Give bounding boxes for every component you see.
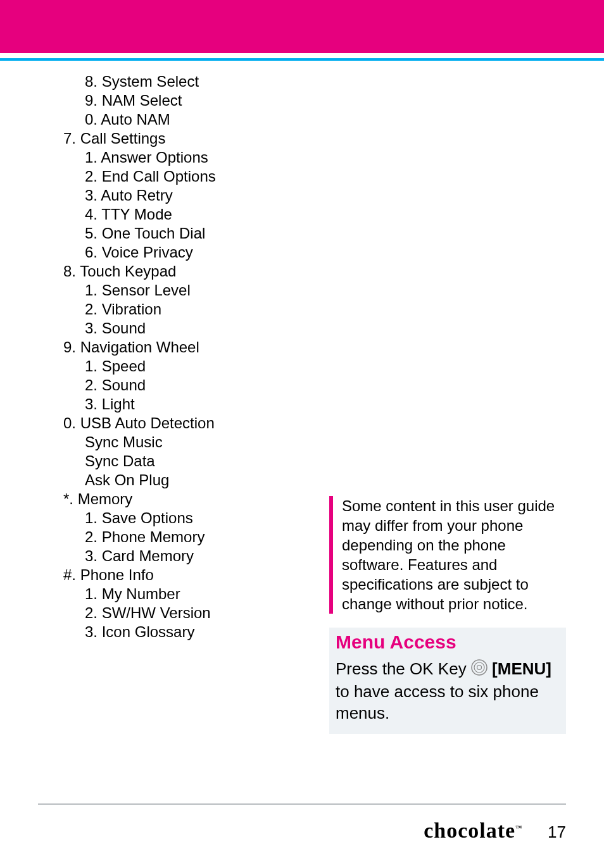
item-number: 1. [85, 282, 98, 299]
item-number: 9. [85, 92, 98, 109]
item-label: SW/HW Version [102, 604, 211, 621]
item-number: 4. [85, 206, 98, 223]
item-number: 0. [85, 111, 98, 128]
item-label: Vibration [102, 301, 161, 318]
item-label: Sync Data [85, 452, 155, 469]
item-label: Auto NAM [101, 111, 170, 128]
section-label: Phone Info [76, 566, 154, 583]
item-label: My Number [102, 585, 180, 602]
brand-text: chocolate [424, 819, 515, 842]
item-label: Sync Music [85, 433, 163, 450]
brand-tm: ™ [515, 824, 522, 831]
item-number: 3. [85, 319, 98, 337]
item-number: 2. [85, 168, 98, 185]
section-number: 8. [63, 263, 76, 280]
section-number: 7. [63, 130, 76, 147]
item-label: TTY Mode [101, 206, 172, 223]
item-label: Light [102, 395, 135, 412]
ok-key-icon [471, 659, 488, 681]
item-label: Speed [102, 357, 146, 375]
item-number: 3. [85, 395, 98, 412]
body-pre: Press the OK Key [336, 659, 471, 678]
section-label: Touch Keypad [76, 263, 176, 280]
section-label: Call Settings [80, 130, 166, 147]
item-number: 5. [85, 225, 98, 242]
brand-logo: chocolate™ [424, 819, 522, 843]
item-number: 6. [85, 244, 98, 261]
item-number: 1. [85, 357, 98, 375]
item-label: Icon Glossary [102, 623, 195, 640]
item-number: 3. [85, 623, 98, 640]
item-label: Sound [102, 319, 146, 337]
item-number: 2. [85, 376, 98, 394]
menu-access-section: Menu Access Press the OK Key [MENU] to h… [329, 628, 566, 734]
item-number: 3. [85, 187, 98, 204]
item-label: One Touch Dial [102, 225, 206, 242]
item-label: Auto Retry [101, 187, 172, 204]
item-label: Voice Privacy [102, 244, 193, 261]
body-post: to have access to six phone menus. [336, 682, 539, 722]
item-number: 1. [85, 149, 98, 166]
note-text: Some content in this user guide may diff… [342, 497, 555, 612]
note-box: Some content in this user guide may diff… [329, 496, 566, 614]
section-body: Press the OK Key [MENU] to have access t… [336, 658, 560, 724]
menu-list: 8. System Select 9. NAM Select 0. Auto N… [63, 72, 329, 734]
item-label: Phone Memory [102, 528, 205, 545]
item-number: 1. [85, 509, 98, 526]
section-label: Navigation Wheel [76, 338, 199, 356]
item-number: 2. [85, 301, 98, 318]
section-number: 0. [63, 414, 76, 431]
item-number: 2. [85, 604, 98, 621]
item-label: System Select [102, 73, 199, 90]
item-number: 1. [85, 585, 98, 602]
section-number: #. [63, 566, 76, 583]
item-label: Card Memory [102, 547, 194, 564]
item-label: Sound [102, 376, 146, 394]
item-label: Save Options [102, 509, 193, 526]
page-number: 17 [548, 822, 566, 842]
item-number: 2. [85, 528, 98, 545]
item-number: 3. [85, 547, 98, 564]
page-footer: chocolate™ 17 [424, 819, 566, 843]
header-banner [0, 0, 604, 53]
section-label: Memory [73, 490, 132, 507]
item-label: Sensor Level [102, 282, 191, 299]
item-label: Answer Options [101, 149, 208, 166]
section-label: USB Auto Detection [76, 414, 215, 431]
item-label: Ask On Plug [85, 471, 169, 488]
svg-point-2 [477, 666, 481, 670]
menu-label: [MENU] [492, 659, 551, 678]
item-label: End Call Options [102, 168, 216, 185]
section-number: 9. [63, 338, 76, 356]
item-label: NAM Select [102, 92, 182, 109]
item-number: 8. [85, 73, 98, 90]
footer-rule [38, 803, 566, 805]
section-number: *. [63, 490, 73, 507]
svg-point-1 [474, 662, 484, 673]
section-heading: Menu Access [336, 631, 560, 653]
